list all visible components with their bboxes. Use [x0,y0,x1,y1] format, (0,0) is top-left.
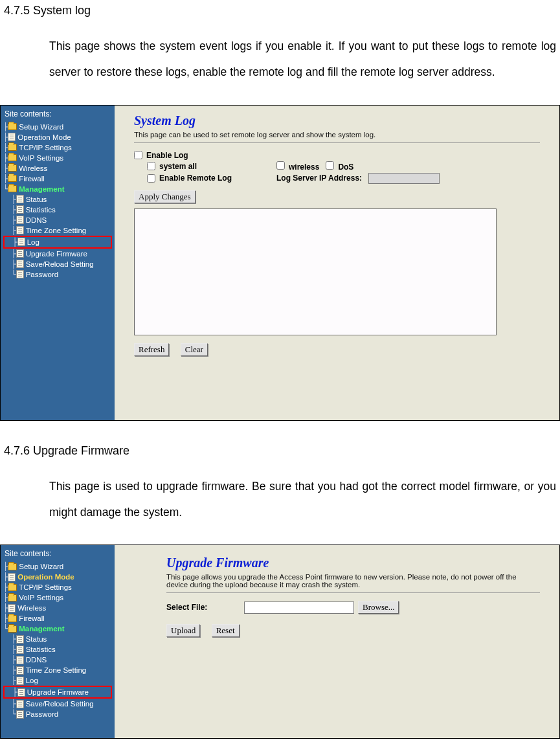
upgrade-firmware-screenshot: Site contents: ├Setup Wizard ├Operation … [0,545,560,739]
page-title: Upgrade Firmware [166,556,540,570]
system-log-content: System Log This page can be used to set … [115,106,559,420]
section-body-firmware: This page is used to upgrade firmware. B… [49,473,556,526]
folder-icon [8,175,17,182]
sidebar-item-statistics[interactable]: ├Statistics [3,644,115,655]
sidebar-item-operation-mode[interactable]: ├Operation Mode [3,572,115,582]
sidebar-item-setup-wizard[interactable]: ├Setup Wizard [3,122,115,132]
folder-icon [8,123,17,130]
sidebar-item-upgrade-firmware[interactable]: ├Upgrade Firmware [3,249,115,259]
file-icon [16,656,24,664]
sidebar-item-timezone[interactable]: ├Time Zone Setting [3,225,115,236]
file-icon [8,573,16,581]
folder-icon [8,625,17,633]
sidebar-item-management[interactable]: └Management [3,184,115,194]
file-icon [16,260,24,268]
refresh-button[interactable]: Refresh [134,343,169,356]
folder-icon [8,594,17,601]
sidebar-item-setup-wizard[interactable]: ├Setup Wizard [3,561,115,572]
sidebar-item-voip[interactable]: ├VoIP Settings [3,592,115,603]
sidebar-item-timezone[interactable]: ├Time Zone Setting [3,665,115,675]
wireless-label: wireless [289,163,319,172]
section-heading-firmware: 4.7.6 Upgrade Firmware [4,444,560,458]
enable-log-checkbox[interactable] [134,151,142,159]
file-icon [17,238,25,246]
sidebar: Site contents: ├Setup Wizard ├Operation … [1,106,115,420]
file-icon [16,646,24,654]
sidebar-item-tcpip[interactable]: ├TCP/IP Settings [3,142,115,153]
folder-icon [8,164,17,172]
enable-remote-log-checkbox[interactable] [147,174,155,183]
sidebar-item-save-reload[interactable]: ├Save/Reload Setting [3,699,115,709]
dos-checkbox[interactable] [326,161,334,170]
sidebar-item-save-reload[interactable]: ├Save/Reload Setting [3,259,115,269]
folder-icon [8,185,17,192]
sidebar-item-status[interactable]: ├Status [3,634,115,644]
sidebar-item-log[interactable]: ├Log [3,675,115,686]
file-icon [16,205,24,214]
upload-button[interactable]: Upload [166,624,200,637]
file-icon [16,677,24,685]
log-server-ip-input[interactable] [368,173,440,184]
folder-icon [8,615,17,622]
folder-icon [8,154,17,161]
sidebar-item-statistics[interactable]: ├Statistics [3,205,115,215]
file-icon [16,700,24,708]
sidebar-item-password[interactable]: └Password [3,269,115,280]
file-icon [16,710,24,719]
folder-icon [8,144,17,151]
wireless-checkbox[interactable] [276,161,285,170]
separator [166,592,540,593]
sidebar-item-ddns[interactable]: ├DDNS [3,215,115,225]
separator [134,142,540,143]
system-log-screenshot: Site contents: ├Setup Wizard ├Operation … [0,105,560,421]
reset-button[interactable]: Reset [212,624,240,637]
sidebar-item-upgrade-firmware[interactable]: ├Upgrade Firmware [3,686,112,699]
sidebar-item-password[interactable]: └Password [3,709,115,719]
page-title: System Log [134,113,540,128]
enable-log-label: Enable Log [146,151,188,160]
sidebar: Site contents: ├Setup Wizard ├Operation … [1,545,115,738]
file-icon [8,133,16,141]
sidebar-title: Site contents: [5,549,115,558]
system-all-checkbox[interactable] [147,162,155,170]
sidebar-item-ddns[interactable]: ├DDNS [3,655,115,665]
upgrade-firmware-content: Upgrade Firmware This page allows you up… [115,545,559,738]
sidebar-item-wireless[interactable]: ├Wireless [3,603,115,613]
enable-remote-log-label: Enable Remote Log [159,174,232,183]
file-icon [16,666,24,675]
sidebar-item-tcpip[interactable]: ├TCP/IP Settings [3,582,115,592]
file-path-input[interactable] [244,601,354,614]
browse-button[interactable]: Browse... [358,601,399,614]
dos-label: DoS [338,163,353,172]
log-server-ip-label: Log Server IP Address: [276,174,362,183]
file-icon [16,270,24,278]
select-file-label: Select File: [166,603,244,612]
folder-icon [8,584,17,591]
log-textarea[interactable] [134,208,497,335]
page-desc: This page can be used to set remote log … [134,131,540,139]
sidebar-item-log[interactable]: ├Log [3,236,112,249]
sidebar-item-wireless[interactable]: ├Wireless [3,163,115,174]
sidebar-item-voip[interactable]: ├VoIP Settings [3,153,115,163]
section-body-syslog: This page shows the system event logs if… [49,33,556,85]
file-icon [8,604,16,613]
sidebar-item-operation-mode[interactable]: ├Operation Mode [3,132,115,142]
section-heading-syslog: 4.7.5 System log [4,4,560,17]
sidebar-item-firewall[interactable]: ├Firewall [3,174,115,184]
file-icon [16,249,24,258]
file-icon [16,216,24,224]
folder-icon [8,563,17,570]
system-all-label: system all [159,162,197,171]
file-icon [16,195,24,203]
page-desc: This page allows you upgrade the Access … [166,573,540,589]
file-icon [17,688,25,697]
sidebar-title: Site contents: [5,109,115,118]
apply-changes-button[interactable]: Apply Changes [134,190,196,203]
clear-button[interactable]: Clear [181,343,208,356]
file-icon [16,635,24,644]
file-icon [16,226,24,234]
sidebar-item-management[interactable]: └Management [3,624,115,634]
sidebar-item-status[interactable]: ├Status [3,194,115,205]
sidebar-item-firewall[interactable]: ├Firewall [3,613,115,624]
